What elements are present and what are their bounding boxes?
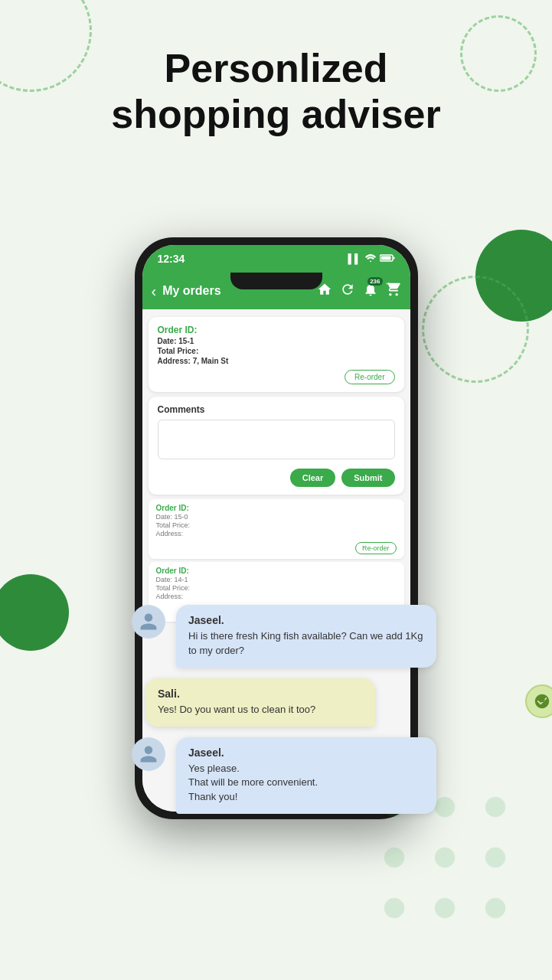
svg-point-6 xyxy=(384,848,404,867)
status-time: 12:34 xyxy=(158,253,185,265)
svg-point-9 xyxy=(384,898,404,918)
refresh-icon[interactable] xyxy=(340,282,355,301)
svg-point-7 xyxy=(435,848,455,867)
user-avatar-2 xyxy=(132,737,165,771)
order-price-1: Total Price: xyxy=(158,347,395,355)
page-title: Personlized shopping adviser xyxy=(0,46,552,138)
chat-bubble-3: Jaseel. Yes please.That will be more con… xyxy=(176,737,436,815)
chat-area: Jaseel. Hi is there fresh King fish avai… xyxy=(130,605,544,814)
wifi-icon xyxy=(365,253,376,264)
reorder-btn-1[interactable]: Re-order xyxy=(158,370,395,384)
svg-rect-1 xyxy=(393,257,394,260)
battery-icon xyxy=(380,253,395,264)
comments-textarea[interactable] xyxy=(158,420,395,459)
svg-point-8 xyxy=(485,848,505,867)
order-price-3: Total Price: xyxy=(156,584,397,592)
order-id-2: Order ID: xyxy=(156,504,397,512)
svg-point-10 xyxy=(435,898,455,918)
chat-bubble-1: Jaseel. Hi is there fresh King fish avai… xyxy=(176,605,436,668)
chat-text-3: Yes please.That will be more convenient.… xyxy=(188,762,424,805)
comments-section: Comments Clear Submit xyxy=(149,397,404,495)
order-address-1: Address: 7, Main St xyxy=(158,357,395,365)
chat-text-2: Yes! Do you want us to clean it too? xyxy=(158,703,363,717)
order-date-1: Date: 15-1 xyxy=(158,337,395,345)
chat-text-1: Hi is there fresh King fish available? C… xyxy=(188,629,424,658)
svg-rect-2 xyxy=(381,256,390,260)
agent-avatar xyxy=(525,684,552,718)
notification-icon[interactable]: 236 xyxy=(363,282,378,301)
order-address-2: Address: xyxy=(156,530,397,537)
bg-deco-dashed-circle-right xyxy=(422,276,529,383)
order-price-2: Total Price: xyxy=(156,521,397,529)
status-icons: ▌▌ xyxy=(348,253,394,264)
reorder-button-2[interactable]: Re-order xyxy=(355,542,397,554)
nav-icons: 236 xyxy=(317,282,401,301)
chat-message-2: Sali. Yes! Do you want us to clean it to… xyxy=(130,678,544,727)
comments-buttons: Clear Submit xyxy=(158,469,395,487)
bg-deco-green-circle-left xyxy=(0,574,69,651)
chat-message-3: Jaseel. Yes please.That will be more con… xyxy=(176,737,544,815)
title-line2: shopping adviser xyxy=(111,92,441,136)
order-address-3: Address: xyxy=(156,593,397,600)
reorder-2[interactable]: Re-order xyxy=(156,540,397,554)
signal-icon: ▌▌ xyxy=(348,253,361,264)
chat-sender-1: Jaseel. xyxy=(188,614,424,626)
reorder-button-1[interactable]: Re-order xyxy=(345,370,394,384)
notification-badge: 236 xyxy=(367,277,382,286)
order-id-3: Order ID: xyxy=(156,567,397,575)
svg-point-11 xyxy=(485,898,505,918)
chat-bubble-2: Sali. Yes! Do you want us to clean it to… xyxy=(145,678,375,727)
order-card-1: Order ID: Date: 15-1 Total Price: Addres… xyxy=(149,317,404,392)
user-avatar-1 xyxy=(132,605,165,639)
order-card-2: Order ID: Date: 15-0 Total Price: Addres… xyxy=(149,499,404,559)
chat-sender-3: Jaseel. xyxy=(188,746,424,759)
order-date-3: Date: 14-1 xyxy=(156,576,397,583)
order-date-2: Date: 15-0 xyxy=(156,513,397,521)
clear-button[interactable]: Clear xyxy=(290,469,336,487)
chat-sender-2: Sali. xyxy=(158,688,363,700)
back-button[interactable]: ‹ xyxy=(152,283,157,300)
comments-label: Comments xyxy=(158,404,395,415)
title-line1: Personlized xyxy=(165,46,388,90)
status-bar: 12:34 ▌▌ xyxy=(142,245,410,273)
order-id-1: Order ID: xyxy=(158,325,395,335)
chat-message-1: Jaseel. Hi is there fresh King fish avai… xyxy=(176,605,544,668)
submit-button[interactable]: Submit xyxy=(341,469,394,487)
cart-icon[interactable] xyxy=(386,282,401,301)
phone-notch xyxy=(230,273,322,289)
